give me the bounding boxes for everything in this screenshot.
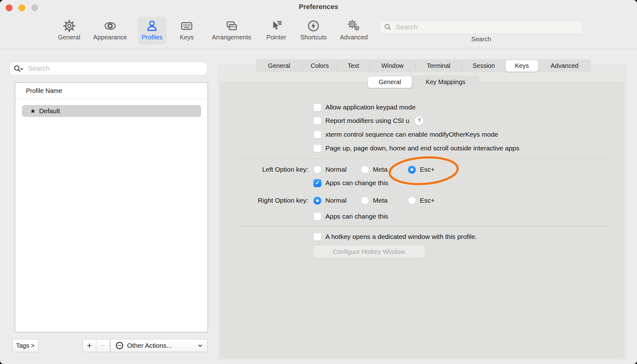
row-right-apps-can-change[interactable]: Apps can change this	[313, 212, 388, 221]
radio-button[interactable]	[408, 197, 416, 205]
tab-terminal[interactable]: Terminal	[415, 59, 461, 72]
profile-search-field[interactable]	[9, 62, 207, 75]
checkbox-modify-other-keys[interactable]	[313, 131, 321, 139]
tab-advanced[interactable]: Advanced	[538, 59, 591, 72]
radio-left-option-esc[interactable]: Esc+	[408, 165, 435, 174]
tab-general[interactable]: General	[256, 59, 302, 72]
toolbar-search-input[interactable]	[395, 23, 578, 32]
toolbar-item-label: Advanced	[340, 34, 368, 41]
toolbar-item-label: Keys	[180, 34, 194, 41]
keyboard-icon	[180, 18, 193, 33]
eye-icon	[104, 18, 117, 33]
toolbar-item-label: Appearance	[93, 34, 127, 41]
subtab-general[interactable]: General	[368, 76, 412, 88]
remove-profile-button[interactable]: −	[96, 339, 110, 352]
radio-left-option-normal[interactable]: Normal	[313, 165, 347, 174]
radio-label: Esc+	[420, 196, 435, 205]
profile-list-header: Profile Name	[15, 83, 207, 99]
tab-session[interactable]: Session	[462, 59, 506, 72]
checkbox-label: Allow application keypad mode	[325, 103, 415, 112]
radio-button-selected[interactable]	[313, 197, 321, 205]
checkbox-hotkey[interactable]	[313, 233, 321, 241]
tab-text[interactable]: Text	[337, 59, 369, 72]
radio-label: Meta	[373, 196, 388, 205]
section-divider	[237, 159, 609, 159]
radio-label: Normal	[325, 165, 347, 174]
row-csi-u[interactable]: Report modifiers using CSI u ?	[313, 116, 424, 125]
toolbar-item-advanced[interactable]: Advanced	[336, 17, 372, 45]
row-page-scroll[interactable]: Page up, page down, home and end scroll …	[313, 144, 519, 153]
profile-list: Profile Name ★ Default	[15, 82, 208, 332]
checkbox-label: Apps can change this	[325, 212, 388, 221]
checkbox-label: Page up, page down, home and end scroll …	[325, 144, 519, 153]
profile-row-default[interactable]: ★ Default	[22, 105, 201, 117]
toolbar-item-appearance[interactable]: Appearance	[89, 17, 131, 45]
help-button[interactable]: ?	[415, 116, 424, 125]
other-actions-label: Other Actions...	[127, 342, 172, 349]
checkbox-label: xterm control sequence can enable modify…	[325, 130, 498, 139]
toolbar-item-label: Profiles	[142, 34, 163, 41]
keys-subtab-bar: General Key Mappings	[368, 76, 479, 88]
bolt-icon	[307, 18, 320, 33]
search-filter-icon	[13, 64, 24, 73]
search-icon	[384, 23, 392, 31]
section-divider	[237, 226, 609, 226]
gears-icon	[347, 18, 361, 33]
profile-search-input[interactable]	[27, 64, 203, 73]
toolbar-item-general[interactable]: General	[54, 17, 84, 45]
row-modify-other-keys[interactable]: xterm control sequence can enable modify…	[313, 130, 498, 139]
checkbox-keypad-mode[interactable]	[313, 104, 321, 111]
toolbar-item-profiles[interactable]: Profiles	[138, 17, 166, 45]
radio-label: Meta	[373, 165, 388, 174]
radio-left-option-meta[interactable]: Meta	[361, 165, 388, 174]
profile-tab-bar: General Colors Text Window Terminal Sess…	[256, 59, 591, 72]
checkbox-label: A hotkey opens a dedicated window with t…	[325, 232, 477, 241]
subtab-key-mappings[interactable]: Key Mappings	[412, 76, 479, 88]
toolbar-item-label: Arrangements	[212, 34, 251, 41]
add-profile-button[interactable]: +	[83, 339, 96, 352]
radio-button-selected[interactable]	[408, 166, 416, 174]
window-title: Preferences	[0, 3, 637, 11]
radio-label: Normal	[325, 196, 347, 205]
row-left-apps-can-change[interactable]: ✓ Apps can change this	[313, 178, 388, 188]
row-hotkey-window[interactable]: A hotkey opens a dedicated window with t…	[313, 232, 477, 241]
person-icon	[145, 18, 159, 33]
right-option-key-label: Right Option key:	[219, 196, 308, 205]
toolbar-search-field[interactable]	[380, 21, 583, 34]
tab-colors[interactable]: Colors	[303, 59, 337, 72]
checkbox-label: Apps can change this	[325, 178, 388, 188]
windows-icon	[225, 18, 238, 33]
tags-button[interactable]: Tags >	[12, 339, 38, 352]
circle-ellipsis-icon	[115, 341, 124, 350]
star-icon: ★	[30, 107, 36, 115]
gear-icon	[63, 18, 76, 33]
radio-button[interactable]	[361, 166, 369, 174]
cursor-icon	[270, 18, 283, 33]
radio-button[interactable]	[361, 197, 369, 205]
toolbar-item-pointer[interactable]: Pointer	[262, 17, 290, 45]
toolbar-item-arrangements[interactable]: Arrangements	[208, 17, 255, 45]
other-actions-button[interactable]: Other Actions...	[110, 339, 207, 352]
left-option-key-label: Left Option key:	[219, 165, 308, 174]
radio-label: Esc+	[420, 165, 435, 174]
radio-right-option-esc[interactable]: Esc+	[408, 196, 435, 205]
toolbar-item-label: Pointer	[266, 34, 286, 41]
checkbox-label: Report modifiers using CSI u	[325, 116, 409, 125]
radio-right-option-normal[interactable]: Normal	[313, 196, 347, 205]
tab-keys[interactable]: Keys	[506, 60, 538, 72]
checkbox-csi-u[interactable]	[313, 117, 321, 125]
toolbar-item-label: Shortcuts	[300, 34, 327, 41]
checkbox-unchecked[interactable]	[313, 213, 321, 220]
toolbar-divider	[0, 48, 637, 48]
radio-right-option-meta[interactable]: Meta	[361, 196, 388, 205]
row-keypad-mode[interactable]: Allow application keypad mode	[313, 103, 415, 112]
toolbar-item-shortcuts[interactable]: Shortcuts	[297, 17, 330, 45]
profile-name: Default	[39, 107, 60, 115]
toolbar-item-keys[interactable]: Keys	[176, 17, 197, 45]
checkbox-page-scroll[interactable]	[313, 144, 321, 152]
checkbox-checked[interactable]: ✓	[313, 179, 321, 187]
radio-button[interactable]	[313, 166, 321, 174]
toolbar-item-label: General	[58, 34, 80, 41]
tab-window[interactable]: Window	[370, 59, 415, 72]
preferences-window: Preferences General Appearance Profiles …	[0, 0, 637, 364]
